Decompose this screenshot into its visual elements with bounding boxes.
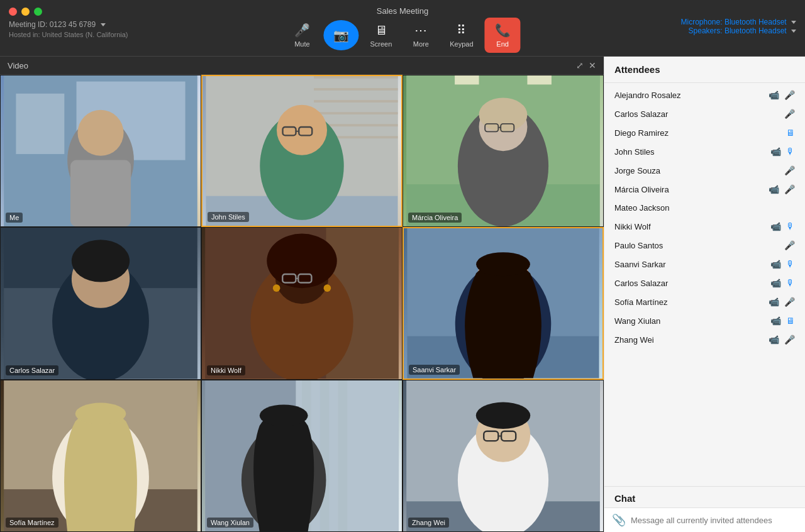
svg-rect-10 — [314, 100, 397, 103]
attendee-row[interactable]: Diego Ramirez 🖥 — [604, 123, 805, 142]
attendee-name: John Stiles — [614, 147, 770, 157]
camera-icon: 📹 — [770, 147, 781, 157]
video-cell-carlos: Carlos Salazar — [0, 227, 201, 379]
svg-point-42 — [273, 285, 280, 292]
svg-point-33 — [72, 240, 130, 282]
attendee-row[interactable]: Nikki Wolf 📹 🎙 — [604, 217, 805, 236]
attendee-icons: 📹 🎙 — [770, 259, 795, 269]
video-header: Video ⤢ ✕ — [0, 57, 604, 75]
attendee-icons: 📹 🎤 — [769, 184, 795, 194]
video-label-zhang: Zhang Wei — [408, 518, 449, 528]
attendee-icons: 🎤 — [784, 165, 795, 175]
video-label-nikki: Nikki Wolf — [207, 365, 245, 375]
maximize-button[interactable] — [34, 8, 42, 16]
attendee-icons: 📹 🎙 — [770, 278, 795, 288]
attendee-name: Diego Ramirez — [614, 128, 786, 138]
attendee-name: Márcia Oliveira — [614, 185, 769, 194]
mic-muted-icon: 🎤 — [784, 165, 795, 175]
attendee-name: Zhang Wei — [614, 335, 769, 345]
close-button[interactable] — [9, 8, 17, 16]
speaker-device-line: Speakers: Bluetooth Headset — [681, 26, 796, 35]
svg-point-38 — [267, 234, 337, 289]
attendee-row[interactable]: Paulo Santos 🎤 — [604, 236, 805, 255]
chat-title: Chat — [614, 493, 795, 504]
camera-icon: 📹 — [770, 221, 781, 231]
svg-point-48 — [476, 252, 530, 276]
attendees-title: Attendees — [614, 64, 795, 75]
camera-icon: 📹 — [769, 90, 779, 100]
attendee-row[interactable]: Carlos Salazar 🎤 — [604, 104, 805, 123]
chat-input[interactable] — [631, 516, 797, 525]
svg-point-25 — [479, 98, 528, 132]
attendee-row[interactable]: Alejandro Rosalez 📹 🎤 — [604, 86, 805, 104]
meeting-info: Meeting ID: 0123 45 6789 Hosted in: Unit… — [9, 20, 128, 38]
meeting-hosted: Hosted in: United States (N. California) — [9, 31, 128, 38]
attendee-row[interactable]: Wang Xiulan 📹 🖥 — [604, 311, 805, 330]
screen-icon: 🖥 — [375, 23, 387, 38]
attendee-icons: 🎤 — [784, 109, 795, 119]
attendee-row[interactable]: Jorge Souza 🎤 — [604, 161, 805, 180]
mic-chevron-icon — [791, 21, 796, 24]
attendee-row[interactable]: John Stiles 📹 🎙 — [604, 142, 805, 161]
keypad-button[interactable]: ⠿ Keypad — [442, 19, 480, 52]
svg-point-66 — [476, 402, 531, 428]
attendee-icons: 🖥 — [786, 128, 795, 138]
close-panel-icon[interactable]: ✕ — [589, 60, 596, 70]
attendee-row[interactable]: Zhang Wei 📹 🎤 — [604, 330, 805, 349]
attendees-list: Alejandro Rosalez 📹 🎤 Carlos Salazar 🎤 D… — [604, 83, 805, 486]
video-cell-john: John Stiles — [201, 75, 402, 227]
attendee-row-mateo[interactable]: Mateo Jackson — [604, 199, 805, 217]
svg-point-61 — [260, 404, 308, 426]
video-button[interactable]: 📷 — [323, 20, 358, 50]
mic-active-icon: 🎙 — [786, 278, 795, 288]
attendee-name-mateo: Mateo Jackson — [614, 203, 795, 213]
attendees-section: Attendees — [604, 57, 805, 83]
mic-muted-icon: 🎤 — [784, 90, 795, 100]
popout-icon[interactable]: ⤢ — [576, 60, 584, 70]
end-button[interactable]: 📞 End — [485, 18, 521, 53]
attendee-name: Wang Xiulan — [614, 316, 770, 326]
attendee-icons: 🎤 — [784, 240, 795, 250]
mic-muted-icon: 🎤 — [784, 109, 795, 119]
mic-device-line: Microphone: Bluetooth Headset — [681, 18, 796, 26]
attendee-icons: 📹 🖥 — [770, 316, 795, 326]
attendee-row[interactable]: Saanvi Sarkar 📹 🎙 — [604, 255, 805, 274]
svg-rect-11 — [314, 112, 397, 114]
svg-rect-9 — [314, 88, 397, 91]
meeting-id[interactable]: Meeting ID: 0123 45 6789 — [9, 20, 128, 29]
video-panel-title: Video — [8, 61, 28, 70]
attendee-icons: 📹 🎙 — [770, 147, 795, 157]
attendee-row[interactable]: Carlos Salazar 📹 🎙 — [604, 274, 805, 292]
screen-button[interactable]: 🖥 Screen — [362, 19, 399, 52]
keypad-icon: ⠿ — [457, 23, 466, 38]
device-info: Microphone: Bluetooth Headset Speakers: … — [681, 18, 796, 35]
video-cell-marcia: Márcia Oliveira — [402, 75, 604, 227]
mute-button[interactable]: 🎤 Mute — [284, 19, 319, 52]
minimize-button[interactable] — [21, 8, 30, 16]
video-label-me: Me — [6, 213, 23, 223]
mic-icon: 🎤 — [294, 23, 310, 38]
attendee-icons: 📹 🎤 — [769, 335, 795, 345]
title-bar: Meeting ID: 0123 45 6789 Hosted in: Unit… — [0, 0, 805, 57]
attendee-name: Paulo Santos — [614, 241, 784, 250]
attendee-icons: 📹 🎤 — [769, 297, 795, 307]
chat-input-area: 📎 — [604, 507, 805, 532]
more-button[interactable]: ⋯ More — [403, 19, 438, 52]
sidebar: Attendees Alejandro Rosalez 📹 🎤 Carlos S… — [604, 57, 805, 532]
camera-icon: 📹 — [769, 184, 779, 194]
attendee-row[interactable]: Sofía Martínez 📹 🎤 — [604, 292, 805, 311]
video-cell-wang: Wang Xiulan — [201, 380, 402, 532]
traffic-lights — [9, 8, 42, 16]
svg-point-43 — [324, 285, 331, 292]
attach-icon[interactable]: 📎 — [612, 513, 626, 527]
video-icon: 📷 — [333, 28, 349, 43]
camera-icon: 📹 — [770, 278, 781, 288]
video-label-carlos: Carlos Salazar — [6, 365, 58, 375]
video-cell-nikki: Nikki Wolf — [201, 227, 402, 379]
video-cell-me: Me — [0, 75, 201, 227]
camera-icon: 📹 — [769, 335, 779, 345]
mic-active-icon: 🎙 — [786, 147, 795, 157]
attendee-row[interactable]: Márcia Oliveira 📹 🎤 — [604, 180, 805, 199]
attendee-name: Sofía Martínez — [614, 297, 769, 307]
video-grid: Me — [0, 75, 604, 532]
